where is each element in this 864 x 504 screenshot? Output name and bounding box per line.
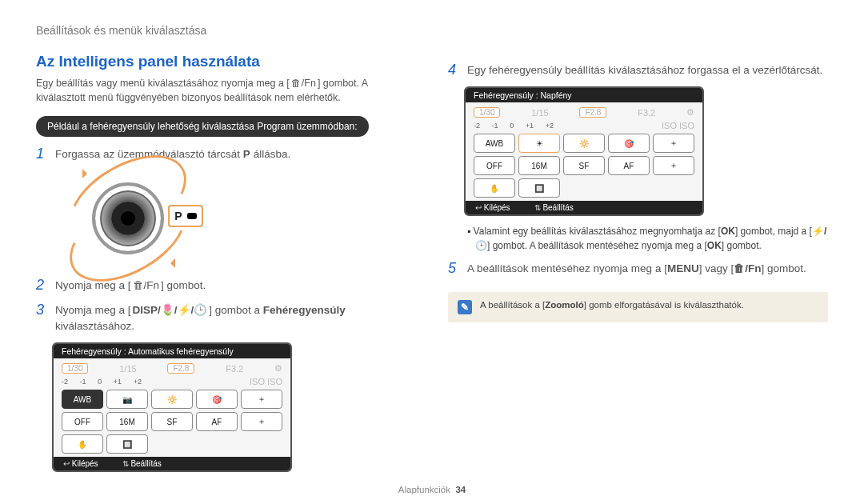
menu-key: MENU: [667, 262, 699, 274]
chip: 16M: [106, 412, 148, 431]
ok-key: OK: [721, 226, 735, 237]
lcd-preview-awb: Fehéregyensúly : Automatikus fehéregyens…: [52, 342, 292, 472]
chip: 🔆: [151, 390, 193, 409]
step-number: 5: [448, 261, 459, 275]
ok-key: OK: [707, 240, 722, 251]
info-icon: ✎: [458, 300, 472, 314]
step-number: 2: [36, 278, 47, 292]
chip: SF: [563, 156, 605, 175]
chip: SF: [151, 412, 193, 431]
wb-daylight-chip: ☀: [518, 134, 560, 153]
shutter-speed: 1/30: [62, 363, 88, 374]
step-5: 5 A beállítások mentéséhez nyomja meg a …: [448, 261, 828, 277]
step-4: 4 Egy fehéregyensúly beállítás kiválaszt…: [448, 62, 828, 78]
aperture: F2.8: [167, 363, 194, 374]
lcd-exit-label: Kilépés: [63, 459, 98, 468]
step-number: 1: [36, 146, 47, 161]
chip: ＋: [653, 134, 694, 153]
page-footer: Alapfunkciók 34: [0, 485, 864, 494]
intro-text: Egy beállítás vagy menü kiválasztásához …: [36, 77, 416, 105]
section-title: Az Intelligens panel használata: [36, 53, 416, 70]
chip: 🔆: [563, 134, 605, 153]
chip: ＋: [241, 390, 282, 409]
exposure-scale: -2-10+1+2: [474, 122, 554, 130]
shutter-speed: 1/30: [474, 107, 500, 118]
exposure-scale: -2-10+1+2: [62, 378, 142, 386]
chip: ✋: [474, 178, 515, 198]
chip: OFF: [474, 156, 515, 175]
mode-dial-figure: P: [60, 170, 204, 266]
lcd-title: Fehéregyensúly : Napfény: [466, 88, 702, 102]
example-callout: Például a fehéregyensúly lehetőség kivál…: [36, 116, 369, 137]
chip: ＋: [241, 412, 282, 431]
trash-fn-key: 🗑/Fn: [131, 278, 162, 294]
nav-keys: DISP/🌷/⚡/🕒: [131, 302, 210, 318]
lcd-set-label: Beállítás: [122, 459, 162, 468]
step-number: 4: [448, 62, 459, 77]
tip-bullet: Valamint egy beállítás kiválasztásához m…: [464, 224, 828, 253]
chip: AWB: [474, 134, 515, 153]
chip: 📷: [106, 390, 148, 409]
chip: ＋: [653, 156, 694, 175]
rotate-arrow-icon: [82, 169, 92, 178]
trash-fn-key: 🗑/Fn: [734, 262, 761, 274]
chip: AF: [196, 412, 238, 431]
lcd-exit-label: Kilépés: [475, 203, 510, 212]
chip: ✋: [62, 434, 103, 454]
info-note: ✎ A beállítások a [Zoomoló] gomb elforga…: [448, 292, 828, 322]
chip: 16M: [518, 156, 560, 175]
chapter-heading: Beállítások és menük kiválasztása: [36, 24, 828, 37]
step-3: 3 Nyomja meg a [DISP/🌷/⚡/🕒] gombot a Feh…: [36, 302, 416, 335]
trash-fn-key: 🗑/Fn: [290, 77, 318, 91]
chip: OFF: [62, 412, 103, 431]
lcd-preview-daylight: Fehéregyensúly : Napfény 1/30 1/15 F2.8 …: [464, 86, 704, 216]
chip: 🔲: [106, 434, 148, 454]
chip: 🎯: [196, 390, 238, 409]
step-number: 3: [36, 302, 47, 317]
chip: 🎯: [608, 134, 650, 153]
wb-awb-chip: AWB: [62, 390, 103, 409]
rotate-arrow-icon: [166, 258, 175, 268]
step-1: 1 Forgassa az üzemmódválasztó tárcsát P …: [36, 146, 416, 162]
aperture: F2.8: [579, 107, 606, 118]
lcd-set-label: Beállítás: [534, 203, 574, 212]
chip: 🔲: [518, 178, 560, 198]
lcd-title: Fehéregyensúly : Automatikus fehéregyens…: [54, 344, 290, 358]
chip: AF: [608, 156, 650, 175]
